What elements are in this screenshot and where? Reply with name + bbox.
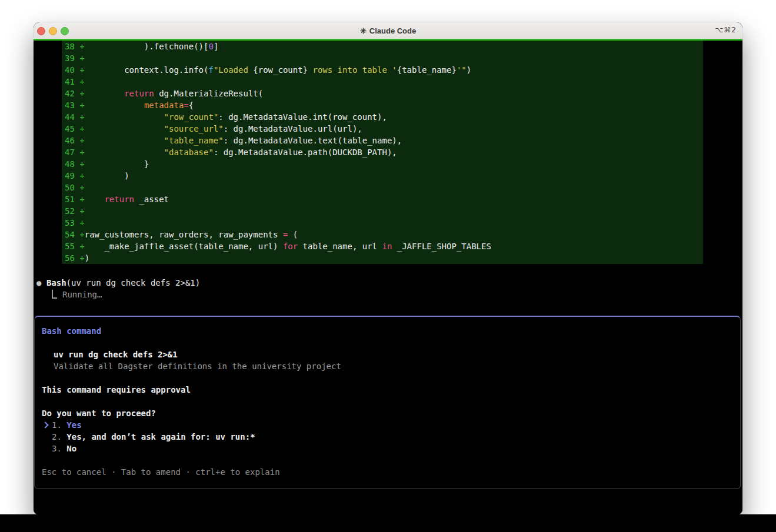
asterisk-icon	[360, 28, 367, 34]
branch-icon	[52, 290, 57, 299]
line-number: 46 +	[62, 136, 85, 145]
dialog-title: Bash command	[42, 325, 101, 337]
minimize-button[interactable]	[49, 27, 57, 35]
terminal-content: 38 + ).fetchone()[0]39 +40 + context.log…	[34, 39, 742, 515]
line-number: 50 +	[62, 183, 85, 192]
code-line: 46 + "table_name": dg.MetadataValue.text…	[62, 135, 703, 146]
close-button[interactable]	[37, 27, 45, 35]
running-label: Running…	[62, 290, 102, 299]
option-number: 2.	[52, 432, 66, 441]
keyboard-hints: Esc to cancel · Tab to amend · ctrl+e to…	[42, 466, 280, 478]
code-line: 52 +	[62, 205, 703, 217]
proceed-question: Do you want to proceed?	[42, 407, 156, 419]
line-number: 56 +	[62, 253, 85, 263]
line-number: 38 +	[62, 42, 85, 51]
code-line: 55 + _make_jaffle_asset(table_name, url)…	[62, 240, 703, 252]
code-line: 49 + )	[62, 170, 703, 182]
line-number: 52 +	[62, 206, 85, 216]
traffic-lights	[34, 27, 75, 34]
line-number: 48 +	[62, 159, 85, 169]
line-number: 54 +	[62, 230, 85, 239]
options-list: 1. Yes2. Yes, and don’t ask again for: u…	[35, 419, 740, 454]
tool-args: (uv run dg check defs 2>&1)	[66, 278, 201, 287]
code-line: 41 +	[62, 76, 703, 88]
window-title: Claude Code	[360, 26, 416, 35]
dialog-command: uv run dg check defs 2>&1	[54, 349, 178, 360]
bottom-black-strip	[0, 514, 776, 532]
line-number: 49 +	[62, 171, 85, 180]
window-title-text: Claude Code	[369, 26, 416, 35]
code-line: 53 +	[62, 217, 703, 229]
code-line: 42 + return dg.MaterializeResult(	[62, 88, 703, 99]
code-line: 43 + metadata={	[62, 99, 703, 111]
window-shortcut-badge: ⌥⌘2	[715, 26, 737, 34]
option-row[interactable]: 2. Yes, and don’t ask again for: uv run:…	[35, 431, 740, 443]
line-number: 39 +	[62, 53, 85, 63]
line-number: 53 +	[62, 218, 85, 227]
window-titlebar[interactable]: Claude Code ⌥⌘2	[34, 22, 742, 39]
code-line: 54 +raw_customers, raw_orders, raw_payme…	[62, 229, 703, 240]
line-number: 45 +	[62, 124, 85, 133]
code-line: 40 + context.log.info(f"Loaded {row_coun…	[62, 64, 703, 76]
zoom-button[interactable]	[61, 27, 69, 35]
code-line: 38 + ).fetchone()[0]	[62, 41, 703, 52]
line-number: 42 +	[62, 89, 85, 98]
option-label: No	[66, 444, 76, 453]
line-number: 47 +	[62, 148, 85, 157]
code-line: 44 + "row_count": dg.MetadataValue.int(r…	[62, 111, 703, 123]
code-line: 50 +	[62, 182, 703, 193]
approval-note: This command requires approval	[42, 384, 191, 396]
line-number: 55 +	[62, 242, 85, 251]
option-row[interactable]: 1. Yes	[35, 419, 740, 431]
selection-chevron-icon	[42, 421, 48, 428]
line-number: 41 +	[62, 77, 85, 86]
line-number: 44 +	[62, 112, 85, 122]
option-number: 3.	[52, 444, 66, 453]
code-line: 45 + "source_url": dg.MetadataValue.url(…	[62, 123, 703, 135]
diff-panel: 38 + ).fetchone()[0]39 +40 + context.log…	[62, 41, 703, 264]
code-line: 47 + "database": dg.MetadataValue.path(D…	[62, 146, 703, 158]
tool-status-line: ● Bash(uv run dg check defs 2>&1)	[36, 277, 200, 289]
dialog-command-description: Validate all Dagster definitions in the …	[54, 360, 341, 372]
approval-dialog: Bash command uv run dg check defs 2>&1 V…	[34, 316, 741, 489]
tool-running-status: Running…	[52, 289, 102, 300]
option-label: Yes	[66, 420, 81, 430]
line-number: 43 +	[62, 101, 85, 110]
code-line: 48 + }	[62, 158, 703, 170]
code-line: 39 +	[62, 52, 703, 64]
option-number: 1.	[52, 420, 66, 430]
code-line: 56 +)	[62, 252, 703, 264]
tool-name: Bash	[46, 278, 66, 287]
line-number: 51 +	[62, 195, 85, 204]
line-number: 40 +	[62, 65, 85, 75]
code-line: 51 + return _asset	[62, 193, 703, 205]
option-row[interactable]: 3. No	[35, 443, 740, 454]
option-label: Yes, and don’t ask again for: uv run:*	[66, 432, 255, 441]
terminal-window: Claude Code ⌥⌘2 38 + ).fetchone()[0]39 +…	[34, 22, 742, 515]
